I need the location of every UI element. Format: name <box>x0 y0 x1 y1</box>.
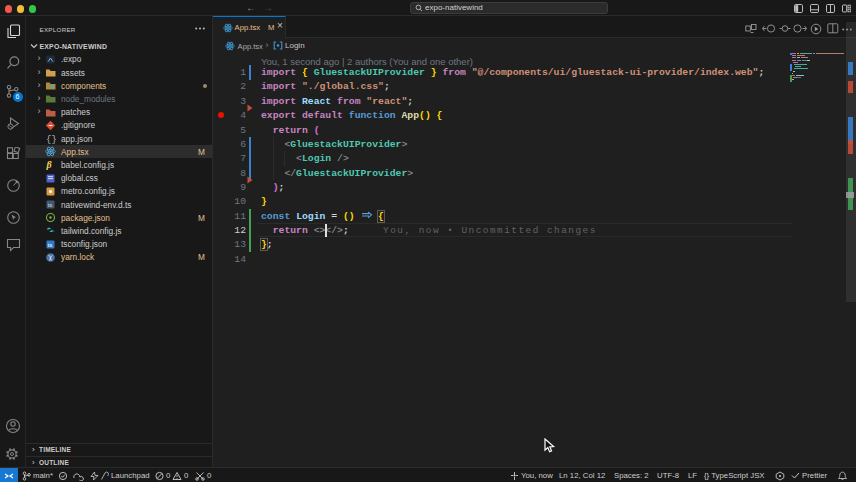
svg-text:{}: {} <box>46 135 56 144</box>
svg-text:β: β <box>46 159 53 170</box>
svg-text:ts: ts <box>48 242 53 248</box>
svg-text:ts: ts <box>48 202 53 208</box>
